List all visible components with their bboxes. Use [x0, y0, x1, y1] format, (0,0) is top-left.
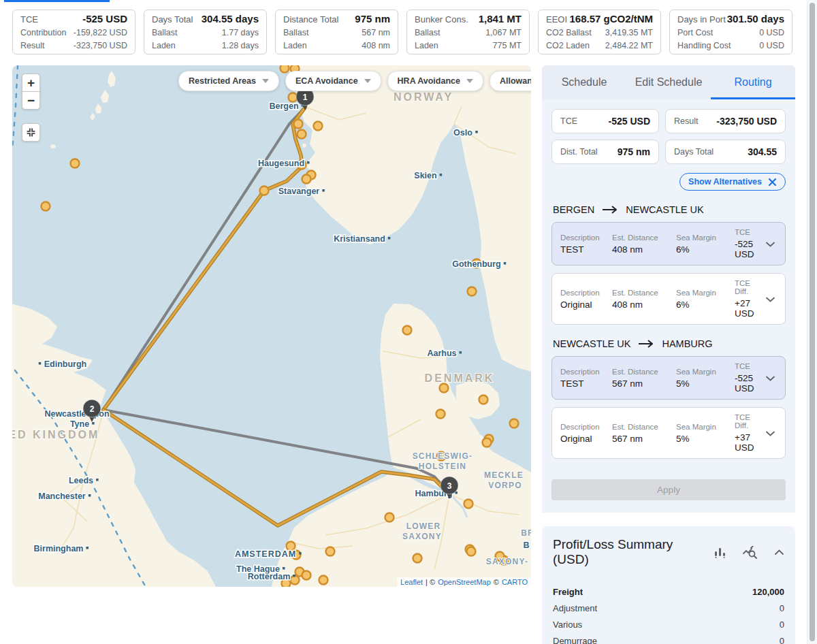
carto-link[interactable]: CARTO [502, 578, 528, 586]
tab-routing[interactable]: Routing [711, 65, 795, 99]
port-marker[interactable] [298, 130, 306, 139]
port-marker[interactable] [294, 120, 303, 129]
kpi-sub-value: 1.77 days [222, 28, 259, 41]
kpi-card: TCE-525 USDContribution-159,822 USDResul… [12, 10, 135, 54]
route-option-selected[interactable]: DescriptionTESTEst. Distance567 nmSea Ma… [551, 356, 786, 400]
bar-chart-icon[interactable] [714, 547, 726, 558]
map-label: Edinburgh [44, 359, 87, 369]
port-marker[interactable] [385, 513, 394, 522]
page-scrollbar[interactable] [807, 0, 817, 644]
port-marker[interactable] [483, 438, 492, 447]
collapse-icon [26, 127, 36, 138]
port-marker[interactable] [42, 202, 50, 211]
kpi-sub-label: Contribution [20, 28, 66, 41]
route-alternative[interactable] [103, 108, 305, 410]
port-marker[interactable] [440, 384, 449, 393]
route-option[interactable]: DescriptionOriginalEst. Distance567 nmSe… [551, 407, 786, 459]
chevron-up-icon[interactable] [774, 549, 784, 556]
kpi-card: Distance Total975 nmBallast567 nmLaden40… [275, 10, 398, 54]
option-field-value: 408 nm [612, 244, 676, 255]
map[interactable]: NORWAYBergenOsloHaugesundStavangerSkienK… [12, 65, 531, 587]
port-marker[interactable] [510, 419, 519, 428]
zoom-out-button[interactable]: − [22, 91, 40, 110]
port-marker[interactable] [326, 547, 335, 556]
kpi-card: EEOI168.57 gCO2/tNMCO2 Ballast3,419.35 M… [538, 10, 661, 54]
close-icon[interactable] [768, 178, 777, 187]
filter-label: HRA Avoidance [398, 76, 460, 86]
map-label: B [523, 541, 529, 550]
map-canvas[interactable]: NORWAYBergenOsloHaugesundStavangerSkienK… [12, 65, 531, 587]
option-field: TCE Diff.+27 USD [735, 279, 766, 319]
kpi-sub-label: Laden [415, 41, 438, 54]
option-field: DescriptionOriginal [560, 289, 612, 310]
option-field-label: TCE [735, 228, 766, 236]
kpi-label: EEOI [546, 14, 567, 25]
stat-card: Days Total304.55 [665, 140, 786, 164]
port-marker[interactable] [314, 122, 323, 131]
pnl-row-label: Freight [553, 587, 583, 597]
city-dot [504, 262, 507, 265]
tab-edit-schedule[interactable]: Edit Schedule [626, 65, 711, 99]
leaflet-link[interactable]: Leaflet [400, 578, 423, 586]
kpi-sub-label: CO2 Ballast [546, 28, 592, 41]
kpi-label: TCE [20, 14, 38, 25]
map-label: VORPO [488, 481, 522, 490]
scrollbar-thumb[interactable] [810, 3, 815, 641]
map-label: SCHLESWIG- [413, 451, 473, 461]
port-marker[interactable] [71, 159, 80, 168]
port-marker[interactable] [413, 554, 422, 563]
option-field-value: -525 USD [735, 373, 766, 393]
island-funen [413, 387, 443, 410]
kpi-sub-label: Handling Cost [677, 41, 731, 54]
option-field-value: TEST [560, 379, 612, 389]
leg-heading: NEWCASTLE UKHAMBURG [553, 338, 784, 349]
filter-hra-avoidance[interactable]: HRA Avoidance [387, 71, 483, 91]
collapse-map-button[interactable] [22, 123, 40, 142]
stat-label: Days Total [674, 147, 714, 157]
stat-value: -323,750 USD [716, 116, 777, 127]
apply-button[interactable]: Apply [551, 479, 786, 500]
pnl-row: Demurrage0 [542, 632, 795, 644]
tab-schedule[interactable]: Schedule [542, 65, 626, 99]
kpi-sub-value: 0 USD [759, 28, 784, 41]
islet [313, 157, 319, 163]
kpi-label: Bunker Cons. [415, 14, 468, 25]
show-alternatives-button[interactable]: Show Alternatives [679, 173, 786, 191]
zoom-in-button[interactable]: + [22, 74, 40, 92]
pnl-row-value: 0 [780, 636, 784, 644]
port-marker[interactable] [468, 287, 477, 296]
port-marker[interactable] [260, 187, 269, 195]
svg-text:2: 2 [90, 404, 95, 414]
option-field: Est. Distance408 nm [612, 234, 676, 255]
port-marker[interactable] [436, 410, 445, 419]
map-attribution: Leaflet | © OpenStreetMap © CARTO [397, 577, 531, 587]
route-option[interactable]: DescriptionOriginalEst. Distance408 nmSe… [551, 273, 786, 325]
routing-panel: ScheduleEdit ScheduleRouting TCE-525 USD… [542, 65, 795, 644]
analysis-chart-icon[interactable] [743, 546, 758, 559]
port-marker[interactable] [467, 547, 476, 556]
map-zoom-controls: + − [22, 74, 40, 142]
filter-allowance[interactable]: Allowance [490, 71, 531, 91]
kpi-sub-label: Ballast [283, 28, 309, 41]
option-field-label: Description [560, 289, 612, 297]
filter-label: Restricted Areas [189, 76, 256, 86]
port-marker[interactable] [464, 500, 473, 509]
port-marker[interactable] [403, 326, 412, 335]
kpi-sub-value: 567 nm [362, 28, 390, 41]
chevron-down-icon [766, 238, 777, 250]
kpi-sub-label: Port Cost [677, 28, 713, 41]
filter-restricted-areas[interactable]: Restricted Areas [178, 71, 279, 91]
port-marker[interactable] [319, 576, 328, 585]
port-marker[interactable] [302, 571, 311, 580]
osm-link[interactable]: OpenStreetMap [438, 578, 491, 586]
caret-down-icon [262, 79, 269, 83]
filter-eca-avoidance[interactable]: ECA Avoidance [285, 71, 381, 91]
option-field: Est. Distance567 nm [612, 423, 676, 444]
port-marker[interactable] [302, 175, 311, 184]
map-label: Rotterdam [248, 572, 291, 581]
leg-from: BERGEN [553, 204, 594, 215]
city-dot [307, 161, 310, 164]
stat-label: TCE [560, 116, 577, 126]
route-option-selected[interactable]: DescriptionTESTEst. Distance408 nmSea Ma… [551, 222, 786, 265]
port-marker[interactable] [479, 396, 488, 404]
